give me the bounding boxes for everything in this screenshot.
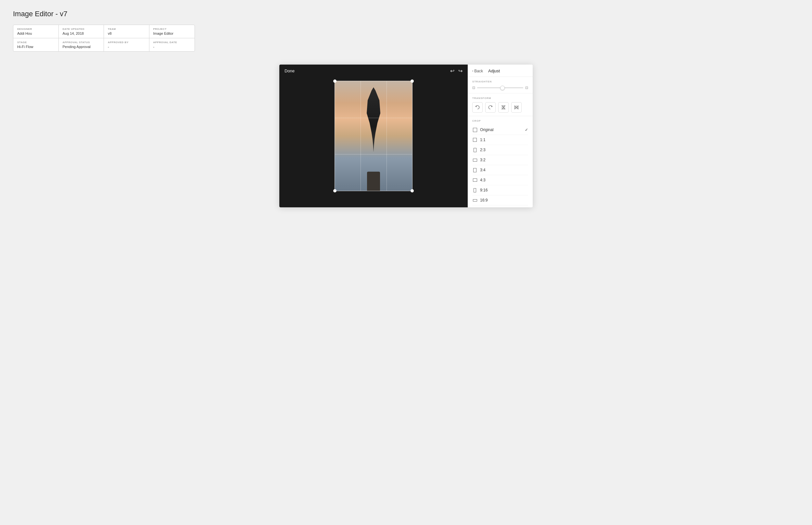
meta-designer-value: Addi Hou: [17, 31, 55, 35]
crop-item-9-16[interactable]: 9:16: [472, 185, 528, 195]
meta-approval-date: APPROVAL DATE -: [149, 38, 195, 51]
straighten-left-icon: ⊡: [472, 86, 475, 90]
meta-approved-by-label: APPROVED BY: [108, 41, 145, 44]
crop-label-original: Original: [480, 127, 522, 132]
crop-handle-bottom-right[interactable]: [410, 189, 414, 192]
flip-vertical-button[interactable]: [498, 102, 509, 112]
crop-item-1-1[interactable]: 1:1: [472, 135, 528, 145]
meta-project-label: PROJECT: [153, 28, 191, 30]
meta-stage-value: Hi-Fi Flow: [17, 45, 55, 49]
svg-marker-1: [502, 108, 505, 109]
meta-designer-label: DESIGNER: [17, 28, 55, 30]
crop-label: CROP: [472, 119, 528, 122]
meta-project-value: Image Editor: [153, 31, 191, 35]
crop-overlay: [335, 81, 412, 191]
slider-fill: [477, 87, 503, 88]
undo-icon[interactable]: ↩: [450, 68, 454, 74]
panel-header: ‹ Back Adjust: [468, 64, 533, 77]
grid-line-h2: [335, 154, 412, 154]
meta-approval-status: APPROVAL STATUS Pending Approval: [59, 38, 104, 51]
back-button[interactable]: ‹ Back: [472, 69, 483, 73]
crop-label-1-1: 1:1: [480, 138, 528, 142]
rotate-right-button[interactable]: [485, 102, 496, 112]
crop-item-original[interactable]: Original ✓: [472, 125, 528, 135]
crop-icon-16-9: [472, 198, 477, 203]
meta-approved-by-value: -: [108, 45, 145, 49]
transform-section: TRANSFORM: [468, 93, 533, 116]
crop-label-2-3: 2:3: [480, 148, 528, 152]
editor-container: Done ↩ ↪: [13, 64, 799, 207]
crop-item-custom[interactable]: Custom: [472, 205, 528, 207]
crop-icon-1-1: [472, 137, 477, 142]
back-chevron-icon: ‹: [472, 69, 473, 73]
meta-approval-date-value: -: [153, 45, 191, 49]
meta-stage-label: STAGE: [17, 41, 55, 44]
crop-handle-bottom-left[interactable]: [333, 189, 336, 192]
transform-label: TRANSFORM: [472, 97, 528, 100]
meta-approval-status-value: Pending Approval: [63, 45, 100, 49]
flip-horizontal-button[interactable]: [511, 102, 522, 112]
meta-project: PROJECT Image Editor: [149, 25, 195, 38]
rotate-left-button[interactable]: [472, 102, 483, 112]
straighten-label: STRAIGHTEN: [472, 80, 528, 83]
crop-icon-4-3: [472, 178, 477, 183]
crop-icon-2-3: [472, 147, 477, 152]
meta-team: TEAM v8: [104, 25, 149, 38]
image-crop-area[interactable]: [335, 81, 412, 191]
crop-item-2-3[interactable]: 2:3: [472, 145, 528, 155]
canvas-toolbar: Done ↩ ↪: [279, 64, 468, 77]
adjust-panel: ‹ Back Adjust STRAIGHTEN ⊡ ⊡: [468, 64, 533, 207]
meta-date-value: Aug 14, 2018: [63, 31, 100, 35]
svg-marker-0: [502, 106, 505, 107]
straighten-section: STRAIGHTEN ⊡ ⊡: [468, 77, 533, 93]
crop-label-16-9: 16:9: [480, 198, 528, 202]
meta-team-value: v8: [108, 31, 145, 35]
crop-icon-original: [472, 127, 477, 132]
slider-thumb[interactable]: [500, 86, 505, 90]
grid-line-v2: [387, 81, 387, 191]
crop-handle-top-right[interactable]: [410, 79, 414, 83]
meta-date: DATE UPDATED Aug 14, 2018: [59, 25, 104, 38]
redo-icon[interactable]: ↪: [458, 68, 463, 74]
meta-team-label: TEAM: [108, 28, 145, 30]
meta-table: DESIGNER Addi Hou DATE UPDATED Aug 14, 2…: [13, 25, 195, 51]
meta-date-label: DATE UPDATED: [63, 28, 100, 30]
straighten-right-icon: ⊡: [525, 86, 528, 90]
crop-item-4-3[interactable]: 4:3: [472, 175, 528, 185]
crop-item-16-9[interactable]: 16:9: [472, 195, 528, 205]
grid-line-v1: [361, 81, 361, 191]
svg-marker-4: [517, 106, 518, 109]
meta-designer: DESIGNER Addi Hou: [13, 25, 59, 38]
done-button[interactable]: Done: [285, 69, 294, 73]
crop-label-3-2: 3:2: [480, 158, 528, 162]
crop-label-4-3: 4:3: [480, 178, 528, 182]
crop-section: CROP Original ✓: [468, 116, 533, 207]
straighten-row: ⊡ ⊡: [472, 86, 528, 90]
crop-icon-9-16: [472, 188, 477, 193]
crop-icon-3-2: [472, 158, 477, 163]
crop-label-3-4: 3:4: [480, 168, 528, 172]
canvas-area: Done ↩ ↪: [279, 64, 468, 207]
page-title: Image Editor - v7: [13, 10, 799, 18]
meta-approval-status-label: APPROVAL STATUS: [63, 41, 100, 44]
crop-label-9-16: 9:16: [480, 188, 528, 192]
crop-item-3-4[interactable]: 3:4: [472, 165, 528, 175]
svg-marker-3: [515, 106, 516, 109]
meta-approved-by: APPROVED BY -: [104, 38, 149, 51]
back-label: Back: [474, 69, 483, 73]
meta-stage: STAGE Hi-Fi Flow: [13, 38, 59, 51]
meta-approval-date-label: APPROVAL DATE: [153, 41, 191, 44]
editor-main: Done ↩ ↪: [279, 64, 533, 207]
crop-check-original: ✓: [525, 127, 528, 132]
crop-item-3-2[interactable]: 3:2: [472, 155, 528, 165]
panel-title: Adjust: [488, 69, 500, 73]
crop-list: Original ✓ 1:1: [472, 125, 528, 207]
transform-row: [472, 102, 528, 112]
canvas-icons: ↩ ↪: [450, 68, 463, 74]
crop-handle-top-left[interactable]: [333, 79, 336, 83]
crop-icon-3-4: [472, 167, 477, 172]
straighten-slider[interactable]: [477, 87, 523, 88]
